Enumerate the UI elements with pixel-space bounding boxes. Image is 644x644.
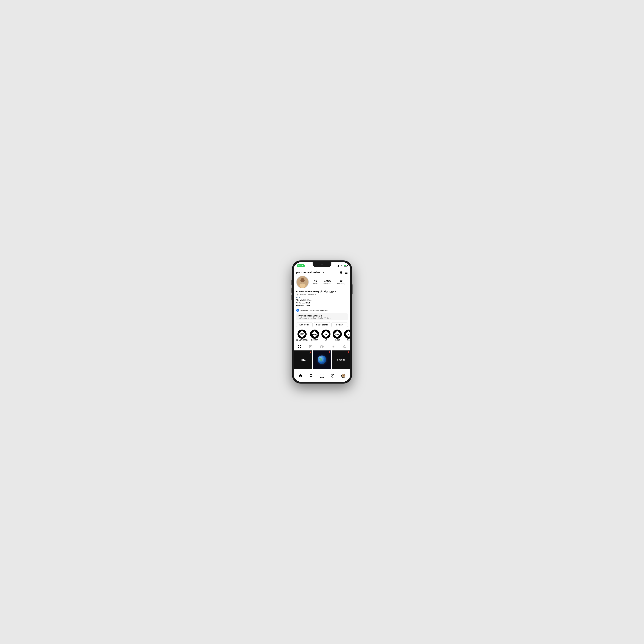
post-thumb-3[interactable]: 📌 IS YOUR'S bbox=[332, 350, 350, 369]
highlight-circle-me: ME bbox=[321, 330, 330, 339]
action-buttons: Edit profile Share profile Contact bbox=[294, 322, 350, 330]
globe-visual bbox=[318, 355, 326, 364]
highlight-label-me: ME bbox=[325, 339, 327, 341]
nav-add[interactable] bbox=[319, 372, 325, 379]
svg-point-13 bbox=[344, 346, 345, 347]
facebook-icon: f bbox=[296, 309, 299, 312]
svg-rect-10 bbox=[321, 346, 322, 348]
username-row: pouriaebrahimian.ir ▾ bbox=[296, 271, 324, 274]
tab-tagged[interactable] bbox=[339, 343, 350, 350]
bio-line3: •PIANIST... more bbox=[296, 304, 348, 307]
tab-grid[interactable] bbox=[294, 343, 305, 350]
professional-dashboard[interactable]: Professional dashboard 4.5K accounts rea… bbox=[296, 313, 348, 320]
followers-count: 1,056 bbox=[324, 279, 331, 283]
notch-camera bbox=[321, 264, 323, 265]
followers-label: Followers bbox=[323, 283, 331, 285]
svg-rect-7 bbox=[300, 347, 301, 348]
screen-content[interactable]: pouriaebrahimian.ir ▾ ⊕ ☰ bbox=[294, 269, 350, 371]
post-pinned-3: 📌 bbox=[347, 351, 350, 353]
highlight-circle-si: SI bbox=[344, 330, 350, 339]
bio-line1: The World Is Mine bbox=[296, 299, 348, 302]
profile-header: pouriaebrahimian.ir ▾ ⊕ ☰ bbox=[294, 269, 350, 276]
links-text: Facebook profile and 4 other links bbox=[300, 309, 328, 311]
add-square-icon[interactable]: ⊕ bbox=[340, 270, 342, 275]
nav-avatar bbox=[341, 374, 345, 378]
svg-rect-4 bbox=[298, 345, 299, 346]
nav-search[interactable] bbox=[308, 372, 315, 379]
post-pinned-2: 📌 bbox=[328, 351, 330, 353]
status-time: 08:36 bbox=[297, 264, 305, 267]
svg-rect-11 bbox=[323, 346, 323, 347]
edit-profile-button[interactable]: Edit profile bbox=[296, 322, 313, 327]
menu-icon[interactable]: ☰ bbox=[345, 270, 348, 275]
post-thumb-2[interactable]: 📌 bbox=[313, 350, 331, 369]
posts-stat[interactable]: 46 Posts bbox=[313, 279, 318, 285]
tab-sparkle[interactable] bbox=[328, 343, 339, 350]
bio-name: POURIA EBRAHIMIAN | پوریا ابراهیمیان he bbox=[296, 290, 348, 293]
posts-grid: 📌 THE 📌 📌 IS Y bbox=[294, 350, 350, 369]
lte-label: LTE bbox=[340, 265, 343, 267]
tab-igtv[interactable] bbox=[316, 343, 328, 350]
highlight-me[interactable]: ME ME bbox=[321, 330, 330, 341]
following-count: 80 bbox=[340, 279, 343, 283]
highlight-music[interactable]: MUSIC MUSIC bbox=[333, 330, 342, 341]
status-bar: 08:36 LTE bbox=[294, 262, 350, 269]
share-profile-button[interactable]: Share profile bbox=[314, 322, 330, 327]
svg-rect-5 bbox=[300, 345, 301, 346]
followers-stat[interactable]: 1,056 Followers bbox=[323, 279, 331, 285]
stats-container: 46 Posts 1,056 Followers 80 Following bbox=[310, 279, 348, 285]
highlight-circle-sharp-media: SHARPMEDIA bbox=[297, 330, 307, 339]
highlight-label-deezer: DEEZER bbox=[311, 339, 318, 341]
links-row[interactable]: f Facebook profile and 4 other links bbox=[294, 308, 350, 313]
link-icon: ⊕ bbox=[296, 293, 299, 296]
bottom-nav bbox=[294, 371, 350, 382]
svg-line-15 bbox=[312, 376, 313, 377]
following-label: Following bbox=[337, 283, 345, 285]
svg-rect-6 bbox=[298, 347, 299, 348]
highlight-circle-music: MUSIC bbox=[333, 330, 342, 339]
bio-category: Artist bbox=[296, 296, 348, 299]
username-text[interactable]: pouriaebrahimian.ir bbox=[296, 271, 323, 274]
posts-count: 46 bbox=[314, 279, 317, 283]
highlight-label-music: MUSIC bbox=[335, 339, 340, 341]
phone-frame: 08:36 LTE pouriaebrahimian.ir bbox=[292, 261, 352, 383]
highlight-deezer[interactable]: DEEZER DEEZER bbox=[310, 330, 319, 341]
bio-link-row: ⊕ pouriaebrahimian.ir bbox=[296, 293, 348, 296]
svg-point-26 bbox=[343, 375, 344, 376]
nav-reels[interactable] bbox=[329, 372, 336, 379]
nav-profile[interactable] bbox=[340, 372, 347, 379]
posts-label: Posts bbox=[313, 283, 318, 285]
following-stat[interactable]: 80 Following bbox=[337, 279, 345, 285]
svg-marker-9 bbox=[310, 346, 311, 347]
highlight-label-si: SI... bbox=[347, 339, 350, 341]
content-tabs bbox=[294, 343, 350, 350]
highlight-circle-deezer: DEEZER bbox=[310, 330, 319, 339]
highlight-sharp-media[interactable]: SHARPMEDIA SHARP MEDIA bbox=[296, 330, 308, 341]
profile-stats-row: 46 Posts 1,056 Followers 80 Following bbox=[294, 276, 350, 290]
dashboard-title: Professional dashboard bbox=[298, 315, 346, 317]
bio-website[interactable]: pouriaebrahimian.ir bbox=[300, 293, 316, 296]
tab-reels[interactable] bbox=[305, 343, 316, 350]
post-text-3: IS YOUR'S bbox=[337, 359, 345, 361]
battery-icon bbox=[344, 265, 347, 267]
avatar-image bbox=[297, 276, 308, 288]
bio-line2: •MUSIC ARTIST bbox=[296, 302, 348, 304]
contact-button[interactable]: Contact bbox=[331, 322, 348, 327]
svg-point-20 bbox=[332, 375, 333, 376]
post-thumb-1[interactable]: 📌 THE bbox=[294, 350, 312, 369]
chevron-down-icon[interactable]: ▾ bbox=[323, 271, 324, 274]
nav-home[interactable] bbox=[297, 372, 304, 379]
battery-fill bbox=[344, 265, 346, 266]
highlight-si[interactable]: SI SI... bbox=[344, 330, 350, 341]
dashboard-subtitle: 4.5K accounts reached in the last 30 day… bbox=[298, 317, 346, 319]
avatar[interactable] bbox=[296, 276, 309, 288]
signal-icon bbox=[337, 265, 339, 267]
svg-point-1 bbox=[300, 278, 305, 282]
post-text-1: THE bbox=[300, 358, 305, 361]
phone-screen: 08:36 LTE pouriaebrahimian.ir bbox=[294, 262, 350, 382]
notch bbox=[313, 262, 331, 267]
svg-point-3 bbox=[300, 284, 305, 288]
bio-section: POURIA EBRAHIMIAN | پوریا ابراهیمیان he … bbox=[294, 290, 350, 308]
post-pinned-1: 📌 bbox=[309, 351, 312, 353]
highlights-row: SHARPMEDIA SHARP MEDIA DEEZER bbox=[294, 330, 350, 343]
